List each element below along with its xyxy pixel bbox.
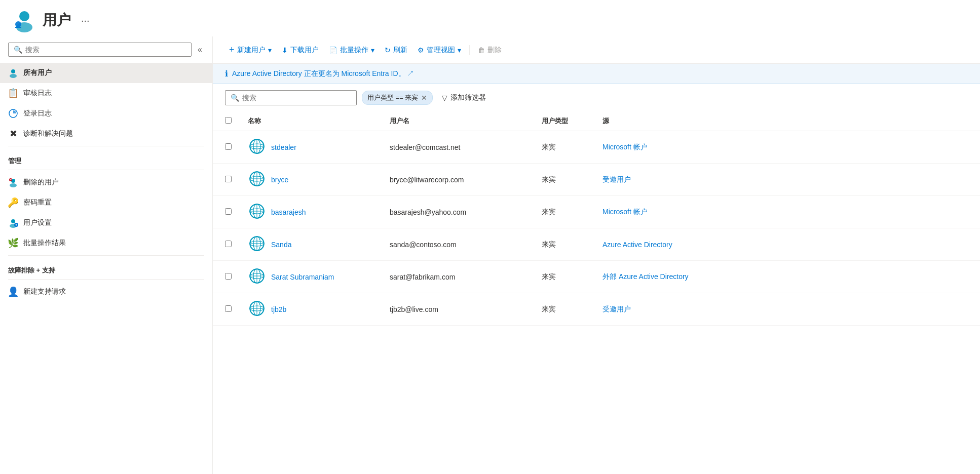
sidebar-item-signin-logs[interactable]: 登录日志 bbox=[0, 103, 212, 124]
sidebar-item-new-support[interactable]: 👤 新建支持请求 bbox=[0, 282, 212, 302]
row-checkbox[interactable] bbox=[225, 143, 232, 150]
users-table: 名称 用户名 用户类型 源 stdealer stdealer@co bbox=[213, 111, 980, 474]
search-icon: 🔍 bbox=[231, 94, 239, 102]
download-icon: ⬇ bbox=[282, 46, 288, 54]
sidebar-item-audit-logs[interactable]: 📋 审核日志 bbox=[0, 83, 212, 103]
col-type-header: 用户类型 bbox=[534, 111, 594, 131]
source-link[interactable]: Azure Active Directory bbox=[602, 241, 672, 249]
row-checkbox[interactable] bbox=[225, 241, 232, 247]
bulk-ops-icon: 📄 bbox=[329, 46, 337, 54]
filter-tag-user-type: 用户类型 == 来宾 ✕ bbox=[362, 91, 433, 105]
support-section-label: 故障排除 + 支持 bbox=[0, 258, 212, 277]
table-row[interactable]: tjb2b tjb2b@live.com 来宾 受邀用户 bbox=[213, 293, 980, 326]
source-link[interactable]: Microsoft 帐户 bbox=[602, 208, 648, 216]
manage-view-button[interactable]: ⚙ 管理视图 ▾ bbox=[413, 43, 465, 58]
table-row[interactable]: stdealer stdealer@comcast.net 来宾 Microso… bbox=[213, 131, 980, 164]
source-link[interactable]: 外部 Azure Active Directory bbox=[602, 272, 689, 281]
user-name-link[interactable]: Sarat Subramaniam bbox=[271, 273, 334, 281]
sidebar-search-row: 🔍 « bbox=[0, 38, 212, 61]
sidebar-search-input[interactable] bbox=[25, 46, 186, 54]
table-row[interactable]: bryce bryce@litwarecorp.com 来宾 受邀用户 bbox=[213, 164, 980, 196]
sidebar-divider-1 bbox=[8, 146, 204, 146]
add-filter-button[interactable]: ▽ 添加筛选器 bbox=[438, 91, 490, 105]
sidebar-item-label: 密码重置 bbox=[23, 198, 52, 207]
user-name-link[interactable]: bryce bbox=[271, 176, 288, 184]
info-banner: ℹ Azure Active Directory 正在更名为 Microsoft… bbox=[213, 64, 980, 84]
sidebar-item-label: 诊断和解决问题 bbox=[23, 129, 73, 138]
audit-logs-icon: 📋 bbox=[8, 88, 18, 98]
row-checkbox[interactable] bbox=[225, 208, 232, 215]
col-source-header: 源 bbox=[594, 111, 980, 131]
collapse-sidebar-button[interactable]: « bbox=[196, 43, 204, 56]
toolbar-separator bbox=[469, 45, 470, 55]
row-source-cell: 外部 Azure Active Directory bbox=[594, 261, 980, 293]
sidebar-item-label: 新建支持请求 bbox=[23, 287, 66, 296]
row-checkbox-cell bbox=[213, 293, 240, 326]
source-link[interactable]: Microsoft 帐户 bbox=[602, 143, 648, 151]
user-name-wrapper: bryce bbox=[248, 170, 373, 189]
sidebar-item-all-users[interactable]: 所有用户 bbox=[0, 63, 212, 83]
page-title: 用户 bbox=[43, 11, 71, 30]
sidebar-item-user-settings[interactable]: 用户设置 bbox=[0, 213, 212, 233]
sidebar-item-label: 审核日志 bbox=[23, 89, 52, 98]
plus-icon: + bbox=[229, 45, 235, 55]
user-name-wrapper: stdealer bbox=[248, 137, 373, 157]
col-username-header: 用户名 bbox=[382, 111, 534, 131]
table-row[interactable]: Sanda sanda@contoso.com 来宾 Azure Active … bbox=[213, 228, 980, 261]
row-name-cell: tjb2b bbox=[240, 293, 382, 326]
sidebar-search-box[interactable]: 🔍 bbox=[8, 43, 192, 57]
filter-search-input[interactable] bbox=[242, 94, 351, 102]
user-globe-icon bbox=[248, 202, 266, 222]
table-row[interactable]: Sarat Subramaniam sarat@fabrikam.com 来宾 … bbox=[213, 261, 980, 293]
sidebar-item-diagnose[interactable]: ✖ 诊断和解决问题 bbox=[0, 124, 212, 144]
svg-point-8 bbox=[10, 183, 17, 187]
user-name-link[interactable]: stdealer bbox=[271, 143, 296, 151]
main-layout: 🔍 « 所有用户 📋 审核日志 bbox=[0, 36, 980, 474]
svg-point-5 bbox=[10, 74, 17, 78]
row-checkbox[interactable] bbox=[225, 273, 232, 280]
sidebar-item-bulk-results[interactable]: 🌿 批量操作结果 bbox=[0, 233, 212, 253]
support-icon: 👤 bbox=[8, 287, 18, 297]
user-name-link[interactable]: basarajesh bbox=[271, 208, 306, 216]
delete-button[interactable]: 🗑 删除 bbox=[474, 43, 506, 58]
source-link[interactable]: 受邀用户 bbox=[602, 305, 631, 313]
row-name-cell: stdealer bbox=[240, 131, 382, 164]
row-checkbox[interactable] bbox=[225, 176, 232, 182]
filter-tag-remove-button[interactable]: ✕ bbox=[421, 94, 427, 101]
row-checkbox[interactable] bbox=[225, 305, 232, 312]
filter-search-box[interactable]: 🔍 bbox=[225, 90, 357, 105]
content-area: + 新建用户 ▾ ⬇ 下载用户 📄 批量操作 ▾ ↻ 刷新 ⚙ 管理视图 ▾ bbox=[213, 36, 980, 474]
row-name-cell: Sanda bbox=[240, 228, 382, 261]
sidebar-item-deleted-users[interactable]: 删除的用户 bbox=[0, 172, 212, 192]
row-type-cell: 来宾 bbox=[534, 293, 594, 326]
row-type-cell: 来宾 bbox=[534, 196, 594, 228]
row-name-cell: basarajesh bbox=[240, 196, 382, 228]
user-globe-icon bbox=[248, 299, 266, 319]
sidebar-item-label: 所有用户 bbox=[23, 68, 52, 77]
info-banner-link[interactable]: Azure Active Directory 正在更名为 Microsoft E… bbox=[232, 69, 414, 78]
user-globe-icon bbox=[248, 267, 266, 287]
refresh-icon: ↻ bbox=[385, 46, 391, 54]
row-source-cell: Microsoft 帐户 bbox=[594, 196, 980, 228]
table-row[interactable]: basarajesh basarajesh@yahoo.com 来宾 Micro… bbox=[213, 196, 980, 228]
deleted-users-icon bbox=[8, 177, 18, 187]
new-user-button[interactable]: + 新建用户 ▾ bbox=[225, 42, 276, 58]
sidebar-divider-3 bbox=[8, 255, 204, 256]
sidebar-item-password-reset[interactable]: 🔑 密码重置 bbox=[0, 192, 212, 213]
svg-point-4 bbox=[11, 69, 15, 73]
external-link-icon: ↗ bbox=[407, 69, 414, 77]
sidebar-nav: 所有用户 📋 审核日志 登录日志 ✖ 诊断和解决问题 bbox=[0, 61, 212, 304]
user-name-link[interactable]: tjb2b bbox=[271, 305, 286, 313]
bulk-results-icon: 🌿 bbox=[8, 238, 18, 248]
source-link[interactable]: 受邀用户 bbox=[602, 175, 631, 183]
page-title-ellipsis: ··· bbox=[81, 15, 90, 26]
download-user-button[interactable]: ⬇ 下载用户 bbox=[278, 43, 323, 58]
refresh-button[interactable]: ↻ 刷新 bbox=[381, 43, 411, 58]
bulk-ops-button[interactable]: 📄 批量操作 ▾ bbox=[325, 43, 379, 58]
row-username-cell: stdealer@comcast.net bbox=[382, 131, 534, 164]
sidebar-item-label: 批量操作结果 bbox=[23, 239, 66, 248]
row-checkbox-cell bbox=[213, 261, 240, 293]
select-all-checkbox[interactable] bbox=[225, 117, 232, 124]
row-type-cell: 来宾 bbox=[534, 164, 594, 196]
user-name-link[interactable]: Sanda bbox=[271, 241, 291, 249]
